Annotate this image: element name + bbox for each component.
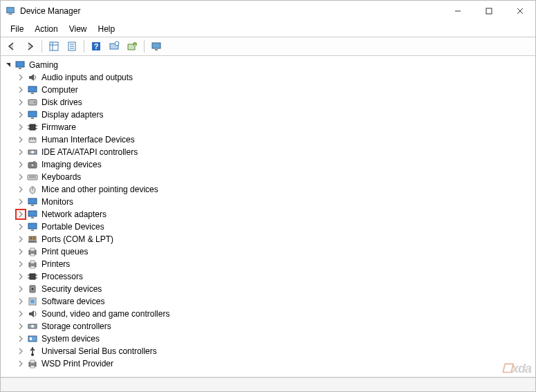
printer-icon xyxy=(27,246,38,257)
tree-item-label: Processors xyxy=(40,272,84,281)
tree-item[interactable]: Software devices xyxy=(3,295,533,308)
chevron-down-icon[interactable] xyxy=(3,60,13,70)
toolbar-forward-icon[interactable] xyxy=(21,39,38,54)
tree-item-label: Disk drives xyxy=(40,97,84,107)
tree-item[interactable]: Processors xyxy=(3,270,533,283)
tree-item[interactable]: Firmware xyxy=(3,121,533,133)
chevron-right-icon[interactable] xyxy=(16,135,26,144)
toolbar-show-hide-tree-icon[interactable] xyxy=(46,39,62,54)
tree-item[interactable]: Human Interface Devices xyxy=(3,133,533,146)
tree-item[interactable]: Monitors xyxy=(3,196,533,208)
chevron-right-icon[interactable] xyxy=(16,209,26,219)
camera-icon xyxy=(27,159,38,170)
chevron-right-icon[interactable] xyxy=(16,359,26,368)
chevron-right-icon[interactable] xyxy=(16,321,26,331)
menu-file[interactable]: File xyxy=(5,23,29,35)
device-manager-window: Device Manager File Action View Help ?+ … xyxy=(0,0,536,392)
tree-item[interactable]: Ports (COM & LPT) xyxy=(3,233,533,245)
svg-rect-24 xyxy=(28,86,37,92)
toolbar: ?+ xyxy=(1,37,535,56)
tree-item[interactable]: Security devices xyxy=(3,283,533,295)
chevron-right-icon[interactable] xyxy=(16,247,26,256)
toolbar-properties-icon[interactable] xyxy=(64,39,80,54)
toolbar-monitor-icon[interactable] xyxy=(148,39,165,54)
minimize-button[interactable] xyxy=(442,1,473,21)
tree-item[interactable]: System devices xyxy=(3,333,533,345)
tree-item[interactable]: Storage controllers xyxy=(3,320,533,333)
tree-item[interactable]: Print queues xyxy=(3,245,533,258)
menu-action[interactable]: Action xyxy=(29,23,63,35)
tree-item-label: Monitors xyxy=(40,197,75,207)
device-tree[interactable]: GamingAudio inputs and outputsComputerDi… xyxy=(1,56,535,377)
tree-item[interactable]: Computer xyxy=(3,84,533,96)
svg-rect-22 xyxy=(16,62,24,67)
tree-item[interactable]: Audio inputs and outputs xyxy=(3,71,533,84)
chevron-right-icon[interactable] xyxy=(16,272,26,281)
hid-icon xyxy=(27,134,38,145)
chevron-right-icon[interactable] xyxy=(16,147,26,157)
monitor-icon xyxy=(27,196,38,207)
svg-rect-49 xyxy=(28,198,37,204)
tree-root[interactable]: Gaming xyxy=(3,59,533,71)
close-button[interactable] xyxy=(504,1,535,21)
chevron-right-icon[interactable] xyxy=(16,259,26,269)
svg-text:?: ? xyxy=(94,42,99,50)
tree-item[interactable]: Printers xyxy=(3,258,533,270)
chevron-right-icon[interactable] xyxy=(16,334,26,344)
svg-rect-36 xyxy=(30,138,31,140)
chevron-right-icon[interactable] xyxy=(16,309,26,319)
toolbar-back-icon[interactable] xyxy=(3,39,20,54)
display-icon xyxy=(27,109,38,120)
tree-item[interactable]: Keyboards xyxy=(3,171,533,183)
tree-item[interactable]: Universal Serial Bus controllers xyxy=(3,345,533,357)
chevron-right-icon[interactable] xyxy=(16,234,26,244)
toolbar-scan-icon[interactable] xyxy=(106,39,122,54)
software-icon xyxy=(27,296,38,307)
chevron-right-icon[interactable] xyxy=(16,110,26,120)
svg-point-16 xyxy=(115,41,119,46)
toolbar-add-legacy-icon[interactable]: + xyxy=(124,39,140,54)
tree-item[interactable]: Network adapters xyxy=(3,208,533,221)
svg-rect-6 xyxy=(50,42,58,50)
svg-rect-63 xyxy=(30,261,35,263)
portable-icon xyxy=(27,221,38,232)
tree-item[interactable]: Display adapters xyxy=(3,109,533,121)
statusbar xyxy=(1,377,535,391)
tree-item-label: Computer xyxy=(40,85,80,95)
chevron-right-icon[interactable] xyxy=(16,97,26,107)
svg-point-57 xyxy=(33,238,35,239)
chevron-right-icon[interactable] xyxy=(16,185,26,194)
svg-rect-54 xyxy=(31,230,34,231)
chevron-right-icon[interactable] xyxy=(16,297,26,306)
tree-item-label: Mice and other pointing devices xyxy=(40,185,160,194)
chevron-right-icon[interactable] xyxy=(16,172,26,182)
tree-root-label: Gaming xyxy=(28,60,59,70)
tree-item-label: Sound, video and game controllers xyxy=(40,309,171,319)
toolbar-separator xyxy=(41,40,42,53)
chevron-right-icon[interactable] xyxy=(16,85,26,95)
toolbar-help-icon[interactable]: ? xyxy=(88,39,104,54)
tree-item[interactable]: IDE ATA/ATAPI controllers xyxy=(3,146,533,158)
chevron-right-icon[interactable] xyxy=(16,197,26,207)
maximize-button[interactable] xyxy=(473,1,504,21)
chevron-right-icon[interactable] xyxy=(16,122,26,132)
svg-rect-60 xyxy=(30,248,35,251)
chevron-right-icon[interactable] xyxy=(16,73,26,82)
menu-view[interactable]: View xyxy=(64,23,93,35)
network-icon xyxy=(27,209,38,220)
toolbar-separator xyxy=(144,40,145,53)
tree-item[interactable]: WSD Print Provider xyxy=(3,357,533,370)
tree-item[interactable]: Disk drives xyxy=(3,96,533,109)
tree-item[interactable]: Imaging devices xyxy=(3,158,533,171)
chevron-right-icon[interactable] xyxy=(16,346,26,356)
tree-item[interactable]: Sound, video and game controllers xyxy=(3,308,533,320)
chevron-right-icon[interactable] xyxy=(16,284,26,294)
svg-rect-25 xyxy=(31,93,34,94)
menu-help[interactable]: Help xyxy=(93,23,121,35)
chevron-right-icon[interactable] xyxy=(16,160,26,169)
tree-item[interactable]: Mice and other pointing devices xyxy=(3,183,533,196)
port-icon xyxy=(27,234,38,245)
chevron-right-icon[interactable] xyxy=(16,222,26,232)
svg-rect-80 xyxy=(30,360,35,363)
tree-item[interactable]: Portable Devices xyxy=(3,221,533,233)
